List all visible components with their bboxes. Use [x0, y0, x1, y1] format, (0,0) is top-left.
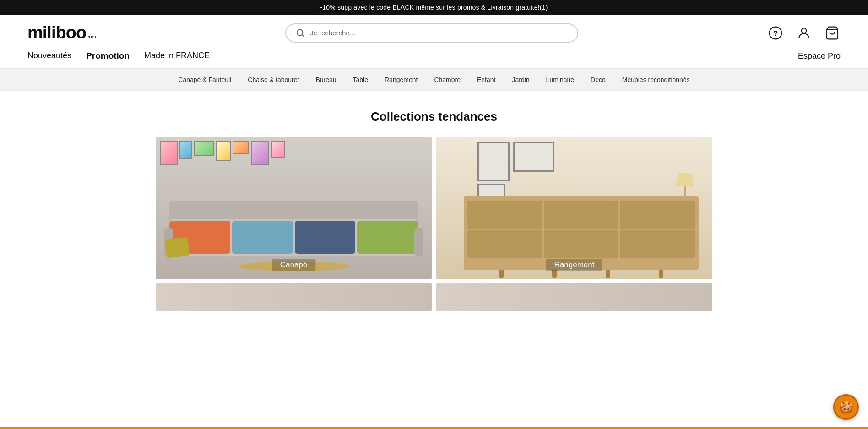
svg-text:?: ?: [773, 28, 778, 38]
logo-text: miliboo: [27, 23, 86, 43]
nav-nouveautes[interactable]: Nouveautés: [27, 51, 71, 61]
sofa-illustration: [169, 201, 418, 260]
bottom-card-1[interactable]: [156, 283, 432, 311]
help-icon[interactable]: ?: [767, 25, 784, 41]
cat-deco[interactable]: Déco: [582, 69, 614, 91]
collection-card-rangement[interactable]: Rangement: [436, 137, 712, 279]
wall-frames-decoration: [477, 142, 684, 202]
wall-art-decoration: [160, 141, 427, 205]
collection-card-canape[interactable]: Canapé: [156, 137, 432, 279]
nav-promotion[interactable]: Promotion: [86, 51, 130, 61]
logo[interactable]: miliboocom: [27, 23, 96, 43]
svg-point-0: [297, 29, 303, 35]
main-nav-left: Nouveautés Promotion Made in FRANCE: [27, 51, 210, 61]
search-icon: [295, 28, 305, 38]
banner-text: -10% supp avec le code BLACK même sur le…: [320, 4, 548, 11]
search-bar[interactable]: [285, 23, 578, 43]
logo-superscript: com: [87, 34, 96, 39]
cat-chaise-tabouret[interactable]: Chaise & tabouret: [239, 69, 307, 91]
collection-grid: Canapé: [0, 137, 868, 279]
cart-icon[interactable]: [824, 25, 841, 41]
category-nav: Canapé & Fauteuil Chaise & tabouret Bure…: [0, 68, 868, 91]
bottom-card-2[interactable]: [436, 283, 712, 311]
cat-meubles-reconditionnes[interactable]: Meubles reconditionnés: [614, 69, 698, 91]
collections-title: Collections tendances: [0, 110, 868, 124]
nav-made-in-france[interactable]: Made in FRANCE: [144, 51, 210, 61]
top-banner: -10% supp avec le code BLACK même sur le…: [0, 0, 868, 15]
collection-grid-bottom: [0, 279, 868, 311]
account-icon[interactable]: [796, 25, 812, 41]
cat-bureau[interactable]: Bureau: [307, 69, 344, 91]
cat-luminaire[interactable]: Luminaire: [538, 69, 582, 91]
cat-jardin[interactable]: Jardin: [504, 69, 537, 91]
svg-line-1: [302, 35, 304, 37]
header: miliboocom ?: [0, 15, 868, 51]
card-canape-label: Canapé: [272, 258, 316, 271]
cat-table[interactable]: Table: [345, 69, 376, 91]
cat-enfant[interactable]: Enfant: [469, 69, 504, 91]
svg-point-4: [802, 28, 807, 33]
cat-chambre[interactable]: Chambre: [426, 69, 469, 91]
search-input[interactable]: [310, 29, 568, 37]
main-content: Collections tendances: [0, 91, 868, 311]
main-nav: Nouveautés Promotion Made in FRANCE Espa…: [0, 51, 868, 68]
cat-canape-fauteuil[interactable]: Canapé & Fauteuil: [170, 69, 239, 91]
cat-rangement[interactable]: Rangement: [376, 69, 426, 91]
card-rangement-label: Rangement: [546, 258, 603, 271]
nav-espace-pro[interactable]: Espace Pro: [798, 51, 841, 61]
header-icons: ?: [767, 25, 841, 41]
